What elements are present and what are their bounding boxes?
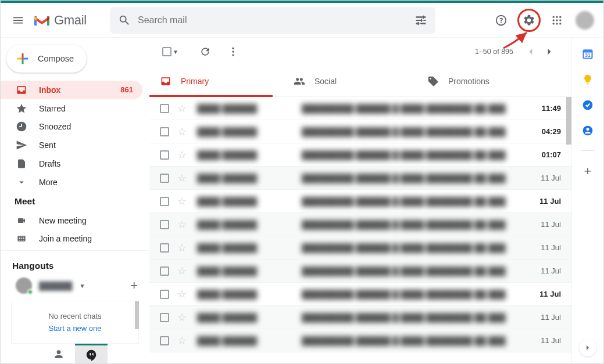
header-right [489, 9, 594, 32]
side-panel-divider [581, 150, 594, 151]
main-menu-button[interactable] [5, 8, 31, 33]
row-checkbox[interactable] [160, 290, 169, 299]
meet-new-meeting[interactable]: New meeting [1, 212, 149, 230]
row-checkbox[interactable] [160, 127, 169, 136]
tasks-icon [582, 99, 594, 111]
star-toggle[interactable]: ☆ [177, 288, 187, 301]
prev-page-button[interactable] [521, 42, 540, 61]
app-name: Gmail [54, 13, 87, 28]
svg-point-8 [559, 19, 561, 21]
row-checkbox[interactable] [160, 336, 169, 345]
row-checkbox[interactable] [160, 104, 169, 113]
row-checkbox[interactable] [160, 243, 169, 253]
chevron-left-icon [525, 46, 537, 57]
gmail-logo[interactable]: Gmail [33, 13, 87, 28]
star-toggle[interactable]: ☆ [177, 242, 187, 254]
checkbox-icon[interactable] [162, 47, 171, 56]
row-checkbox[interactable] [160, 197, 169, 206]
contacts-app-button[interactable] [582, 125, 594, 136]
svg-point-20 [587, 128, 589, 131]
row-checkbox[interactable] [160, 266, 169, 276]
search-options-icon[interactable] [412, 14, 430, 27]
mail-subject: █████████ ██████ █ ████ ████████ ██ ███ [302, 174, 524, 183]
search-icon[interactable] [116, 14, 133, 27]
apps-grid-icon [551, 15, 563, 26]
sidebar-item-label: More [39, 178, 133, 187]
chevron-down-icon [16, 177, 27, 188]
start-new-chat-link[interactable]: Start a new one [48, 324, 101, 333]
search-input[interactable] [133, 15, 412, 26]
mail-row[interactable]: ☆████ ███████████████ ██████ █ ████ ████… [149, 329, 571, 352]
calendar-app-button[interactable]: 31 [582, 48, 594, 60]
star-toggle[interactable]: ☆ [177, 218, 187, 231]
sidebar-item-inbox[interactable]: Inbox 861 [1, 81, 142, 99]
star-toggle[interactable]: ☆ [177, 195, 187, 208]
star-toggle[interactable]: ☆ [177, 334, 187, 347]
search-box[interactable] [110, 7, 435, 34]
sidebar-item-sent[interactable]: Sent [1, 136, 142, 154]
mail-row[interactable]: ☆████ ███████████████ ██████ █ ████ ████… [149, 97, 571, 120]
mail-time: 11 Jul [524, 220, 561, 229]
row-checkbox[interactable] [160, 220, 169, 229]
mail-row[interactable]: ☆████ ███████████████ ██████ █ ████ ████… [149, 236, 571, 260]
tag-icon [427, 75, 439, 87]
side-panel-collapse-button[interactable] [579, 339, 596, 356]
sidebar-item-more[interactable]: More [1, 173, 142, 192]
account-avatar[interactable] [576, 11, 594, 30]
mail-row[interactable]: ☆████ ███████████████ ██████ █ ████ ████… [149, 260, 571, 283]
caret-down-icon[interactable]: ▼ [173, 49, 178, 55]
people-icon [294, 75, 305, 87]
mail-toolbar: ▼ 1–50 of 895 [149, 38, 571, 66]
compose-button[interactable]: Compose [6, 45, 87, 73]
star-toggle[interactable]: ☆ [177, 149, 187, 161]
hangouts-new-chat-button[interactable]: + [130, 279, 138, 292]
mail-row[interactable]: ☆████ ███████████████ ██████ █ ████ ████… [149, 167, 571, 190]
sidebar-item-label: Starred [39, 104, 133, 113]
settings-button[interactable] [517, 9, 541, 32]
row-checkbox[interactable] [160, 150, 169, 160]
contacts-icon [582, 125, 594, 136]
tab-social[interactable]: Social [283, 66, 417, 96]
mail-row[interactable]: ☆████ ███████████████ ██████ █ ████ ████… [149, 143, 571, 167]
apps-button[interactable] [545, 9, 569, 32]
row-checkbox[interactable] [160, 174, 169, 183]
meet-join-meeting[interactable]: Join a meeting [1, 230, 149, 248]
hamburger-icon [12, 14, 24, 27]
help-button[interactable] [489, 9, 513, 32]
refresh-button[interactable] [199, 46, 211, 57]
hangouts-chat-tab[interactable] [75, 344, 108, 364]
scrollbar-thumb[interactable] [135, 301, 139, 329]
star-toggle[interactable]: ☆ [177, 311, 187, 324]
mail-row[interactable]: ☆████ ███████████████ ██████ █ ████ ████… [149, 213, 571, 236]
hangouts-people-tab[interactable] [42, 344, 75, 364]
mail-sender: ████ ██████ [197, 197, 302, 206]
select-all-control[interactable]: ▼ [162, 47, 178, 56]
scrollbar-thumb[interactable] [566, 97, 571, 145]
mail-row[interactable]: ☆████ ███████████████ ██████ █ ████ ████… [149, 190, 571, 213]
mail-sender: ████ ██████ [197, 266, 302, 276]
star-toggle[interactable]: ☆ [177, 265, 187, 277]
row-checkbox[interactable] [160, 313, 169, 322]
hangouts-user-row[interactable]: ██████ ▼ + [1, 276, 149, 295]
star-toggle[interactable]: ☆ [177, 172, 187, 185]
sidebar-item-snoozed[interactable]: Snoozed [1, 117, 142, 136]
mail-row[interactable]: ☆████ ███████████████ ██████ █ ████ ████… [149, 120, 571, 143]
svg-rect-2 [423, 15, 424, 19]
mail-row[interactable]: ☆████ ███████████████ ██████ █ ████ ████… [149, 283, 571, 306]
svg-point-7 [556, 19, 557, 21]
sidebar-item-drafts[interactable]: Drafts [1, 154, 142, 173]
add-app-button[interactable]: + [584, 165, 592, 178]
tasks-app-button[interactable] [582, 99, 594, 111]
more-button[interactable] [227, 46, 239, 57]
tab-promotions[interactable]: Promotions [417, 66, 551, 96]
tab-primary[interactable]: Primary [149, 66, 283, 96]
next-page-button[interactable] [540, 42, 559, 61]
mail-row[interactable]: ☆████ ███████████████ ██████ █ ████ ████… [149, 306, 571, 329]
send-icon [16, 139, 27, 151]
mail-time: 11 Jul [524, 197, 561, 206]
sidebar-item-starred[interactable]: Starred [1, 99, 142, 118]
star-toggle[interactable]: ☆ [177, 102, 187, 115]
star-toggle[interactable]: ☆ [177, 125, 187, 138]
keep-app-button[interactable] [582, 74, 594, 85]
file-icon [16, 158, 27, 170]
